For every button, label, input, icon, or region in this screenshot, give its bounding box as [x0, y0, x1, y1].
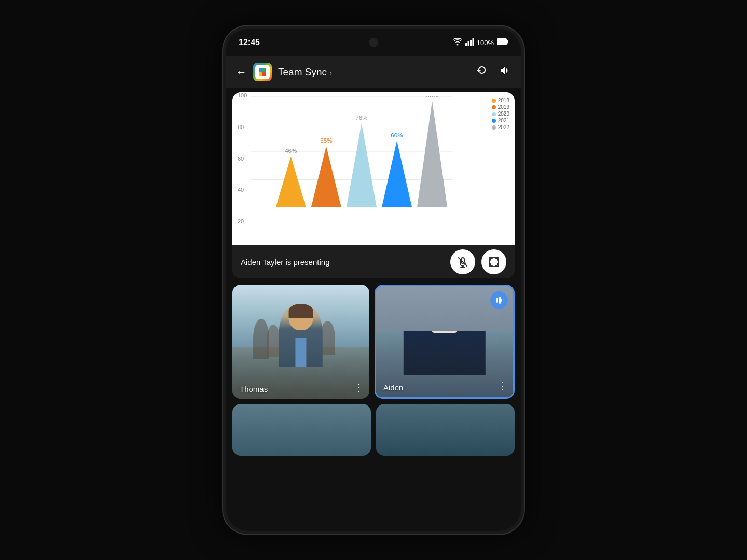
status-bar: 12:45 — [226, 29, 521, 56]
presenting-text: Aiden Tayler is presenting — [241, 258, 330, 267]
svg-text:55%: 55% — [320, 137, 332, 144]
presenting-actions — [450, 249, 506, 274]
legend-2022: 2022 — [492, 124, 509, 130]
svg-rect-0 — [465, 43, 467, 46]
status-icons: 100% — [453, 38, 508, 47]
mute-presentation-button[interactable] — [450, 249, 475, 274]
app-header: ← Team Sync › — [226, 56, 521, 88]
svg-marker-9 — [259, 72, 262, 76]
svg-marker-18 — [347, 123, 377, 207]
y-axis-60: 60 — [238, 156, 247, 162]
svg-rect-1 — [467, 41, 469, 46]
signal-icon — [465, 38, 474, 47]
battery-icon-symbol — [497, 38, 508, 47]
phone-device: 12:45 — [223, 26, 524, 534]
sync-button[interactable] — [475, 64, 489, 80]
svg-marker-19 — [382, 141, 412, 207]
y-axis-20: 20 — [238, 218, 247, 225]
svg-rect-33 — [500, 299, 502, 302]
svg-text:60%: 60% — [391, 132, 403, 138]
participant-tile-bottom-left — [232, 404, 371, 456]
legend-2021: 2021 — [492, 118, 509, 123]
participants-bottom — [226, 399, 521, 462]
y-axis-100: 100 — [238, 92, 247, 99]
wifi-icon — [453, 38, 462, 47]
svg-marker-20 — [417, 101, 447, 207]
phone-screen: 12:45 — [226, 29, 521, 531]
participant-menu-aiden[interactable]: ⋮ — [497, 380, 508, 392]
speaking-indicator — [490, 291, 508, 309]
app-title: Team Sync › — [278, 66, 469, 78]
status-time: 12:45 — [239, 38, 260, 47]
y-axis-40: 40 — [238, 187, 247, 193]
chart-legend: 2018 2019 2020 2021 — [492, 97, 509, 131]
svg-marker-17 — [311, 146, 341, 207]
svg-marker-8 — [262, 68, 266, 72]
camera-notch — [369, 38, 378, 47]
app-icon — [253, 63, 272, 81]
svg-rect-2 — [470, 40, 472, 46]
participant-tile-thomas: Thomas ⋮ — [232, 285, 369, 399]
audio-button[interactable] — [499, 64, 511, 80]
expand-button[interactable] — [481, 249, 506, 274]
legend-2019: 2019 — [492, 104, 509, 110]
svg-text:96%: 96% — [426, 96, 438, 99]
svg-text:46%: 46% — [285, 147, 297, 154]
presentation-container: 20 40 60 80 100 — [232, 92, 515, 278]
svg-rect-4 — [497, 39, 507, 45]
battery-text: 100% — [477, 39, 494, 47]
participant-tile-bottom-right — [376, 404, 515, 456]
header-actions — [475, 64, 511, 80]
svg-marker-7 — [259, 68, 262, 72]
participant-menu-thomas[interactable]: ⋮ — [354, 381, 364, 394]
participant-name-aiden: Aiden — [383, 383, 403, 392]
participant-name-thomas: Thomas — [240, 385, 268, 394]
svg-marker-16 — [276, 157, 306, 207]
svg-rect-31 — [496, 298, 498, 303]
participant-tile-aiden: Aiden ⋮ — [375, 285, 515, 399]
back-button[interactable]: ← — [236, 65, 247, 79]
svg-rect-3 — [472, 38, 474, 46]
legend-2018: 2018 — [492, 97, 509, 103]
svg-text:76%: 76% — [355, 114, 367, 121]
y-axis-80: 80 — [238, 124, 247, 130]
svg-rect-5 — [507, 40, 508, 44]
chart-area: 20 40 60 80 100 — [232, 92, 515, 245]
legend-2020: 2020 — [492, 111, 509, 117]
chevron-icon: › — [329, 68, 332, 77]
svg-marker-10 — [262, 72, 266, 76]
participants-row: Thomas ⋮ — [226, 278, 521, 399]
presenting-bar: Aiden Tayler is presenting — [232, 245, 515, 278]
